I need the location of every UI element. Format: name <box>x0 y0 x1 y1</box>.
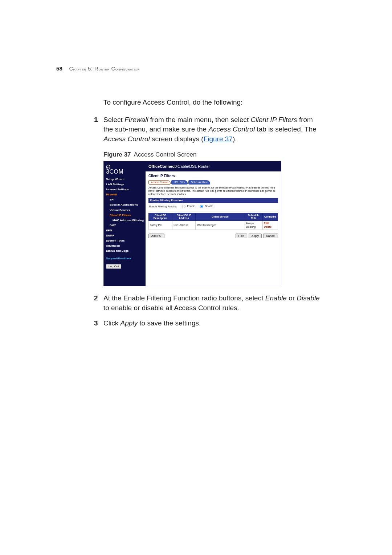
nav-support-feedback[interactable]: Support/Feedback <box>106 256 146 260</box>
figure-caption: Figure 37Access Control Screen <box>103 150 321 159</box>
step-number: 1 <box>94 115 98 125</box>
add-pc-button[interactable]: Add PC <box>148 234 164 238</box>
step-text: to enable or disable all Access Control … <box>103 304 239 312</box>
router-body: Client IP Filters Access Control URL Fil… <box>146 171 281 286</box>
col-configure: Configure <box>263 213 278 221</box>
radio-disable-wrap[interactable]: Disable <box>199 204 213 209</box>
step-text: tab is selected. The <box>255 125 317 133</box>
step-em: Client IP Filters <box>251 116 297 123</box>
nav-lan-settings[interactable]: LAN Settings <box>106 182 146 186</box>
page-number: 58 <box>56 65 62 72</box>
step-em: Enable <box>265 294 287 302</box>
brand-text: 3COM <box>106 169 123 175</box>
col-client-service: Client Service <box>196 213 245 221</box>
cell-schedule: Always Blocking <box>245 221 263 230</box>
cell-configure: Edit Delete <box>263 221 278 230</box>
radio-enable-wrap[interactable]: Enable <box>181 204 195 209</box>
step-em: Firewall <box>124 116 148 123</box>
steps-list: 1 Select Firewall from the main menu, th… <box>103 115 321 328</box>
help-button[interactable]: Help <box>236 234 247 238</box>
step-1: 1 Select Firewall from the main menu, th… <box>103 115 321 286</box>
nav-spi[interactable]: SPI <box>110 198 146 202</box>
col-client-desc: Client PC Description <box>149 213 172 221</box>
router-screenshot: ☊ 3COM Setup Wizard LAN Settings Interne… <box>103 161 281 286</box>
radio-enable-label: Enable <box>187 205 195 208</box>
nav-internet-settings[interactable]: Internet Settings <box>106 187 146 191</box>
document-page: 58 Chapter 5: Router Configuration To co… <box>0 0 392 555</box>
cell-ip: 192.168.2.10 <box>172 221 195 230</box>
body-column: To configure Access Control, do the foll… <box>103 98 321 328</box>
logout-button[interactable]: Log Out <box>106 264 121 269</box>
apply-button[interactable]: Apply <box>249 234 262 238</box>
router-main: OfficeConnect® Cable/DSL Router Client I… <box>146 161 281 286</box>
step-text: ). <box>233 135 237 143</box>
step-text: Click <box>103 319 120 327</box>
cell-service: MSN Messenger <box>196 221 245 230</box>
figure-title: Access Control Screen <box>134 151 197 158</box>
nav-client-ip-filters[interactable]: Client IP Filters <box>110 213 146 217</box>
col-client-ip: Client PC IP Address <box>172 213 195 221</box>
col-schedule-rule: Schedule Rule <box>245 213 263 221</box>
step-em: Disable <box>297 294 319 302</box>
cell-desc: Family PC <box>149 221 172 230</box>
nav-dmz[interactable]: DMZ <box>110 223 146 227</box>
step-em: Access Control <box>208 125 255 133</box>
product-name: OfficeConnect <box>148 164 176 169</box>
router-sidebar: ☊ 3COM Setup Wizard LAN Settings Interne… <box>104 161 146 286</box>
nav-firewall[interactable]: Firewall <box>106 193 146 197</box>
nav-virtual-servers[interactable]: Virtual Servers <box>110 208 146 212</box>
enable-label: Enable Filtering Function <box>149 205 177 208</box>
chapter-label: Chapter 5: Router Configuration <box>69 65 139 72</box>
step-em: Apply <box>120 319 138 327</box>
step-em: Access Control <box>103 135 150 143</box>
router-titlebar: OfficeConnect® Cable/DSL Router <box>146 161 281 171</box>
table-header-row: Client PC Description Client PC IP Addre… <box>149 213 278 221</box>
nav-mac-filtering[interactable]: MAC Address Filtering <box>113 218 146 222</box>
tab-access-control[interactable]: Access Control <box>148 180 171 185</box>
edit-link[interactable]: Edit <box>264 222 269 224</box>
router-footer: Add PC Help Apply Cancel <box>148 234 278 238</box>
running-header: 58 Chapter 5: Router Configuration <box>56 65 330 72</box>
product-subtitle: Cable/DSL Router <box>177 164 210 169</box>
step-text: or <box>287 294 297 302</box>
nav-status-logs[interactable]: Status and Logs <box>106 249 146 253</box>
page-title: Client IP Filters <box>148 174 278 179</box>
step-3: 3 Click Apply to save the settings. <box>103 319 321 328</box>
step-text: screen displays ( <box>150 135 204 143</box>
page-description: Access Control defines restricted access… <box>148 186 278 196</box>
step-number: 3 <box>94 319 98 328</box>
tab-url-filter[interactable]: URL Filter <box>171 180 188 185</box>
figure-number: Figure 37 <box>103 151 131 158</box>
logout-container: Log Out <box>106 264 146 269</box>
step-text: Select <box>103 116 124 123</box>
nav-special-applications[interactable]: Special Applications <box>110 203 146 207</box>
nav-setup-wizard[interactable]: Setup Wizard <box>106 177 146 181</box>
enable-section-header: Enable Filtering Function <box>148 198 278 203</box>
figure-ref-link[interactable]: Figure 37 <box>204 135 233 143</box>
radio-enable[interactable] <box>182 205 185 208</box>
radio-disable-label: Disable <box>205 205 213 208</box>
step-number: 2 <box>94 293 98 303</box>
step-text: from the main menu, then select <box>148 116 251 123</box>
enable-radio-row: Enable Filtering Function Enable Disable <box>148 203 278 211</box>
step-text: to save the settings. <box>138 319 201 327</box>
intro-paragraph: To configure Access Control, do the foll… <box>103 98 321 107</box>
filters-table: Client PC Description Client PC IP Addre… <box>148 213 278 230</box>
brand-logo: ☊ 3COM <box>106 164 146 174</box>
nav-snmp[interactable]: SNMP <box>106 234 146 238</box>
nav-system-tools[interactable]: System Tools <box>106 239 146 243</box>
step-2: 2 At the Enable Filtering Function radio… <box>103 293 321 312</box>
delete-link[interactable]: Delete <box>264 226 271 228</box>
nav-advanced[interactable]: Advanced <box>106 244 146 248</box>
table-row: Family PC 192.168.2.10 MSN Messenger Alw… <box>149 221 278 230</box>
cancel-button[interactable]: Cancel <box>263 234 278 238</box>
filter-tabs: Access Control URL Filter Schedule Rule <box>148 180 278 185</box>
tab-schedule-rule[interactable]: Schedule Rule <box>188 180 210 185</box>
nav-vpn[interactable]: VPN <box>106 228 146 232</box>
radio-disable[interactable] <box>200 205 203 208</box>
step-text: At the Enable Filtering Function radio b… <box>103 294 265 302</box>
